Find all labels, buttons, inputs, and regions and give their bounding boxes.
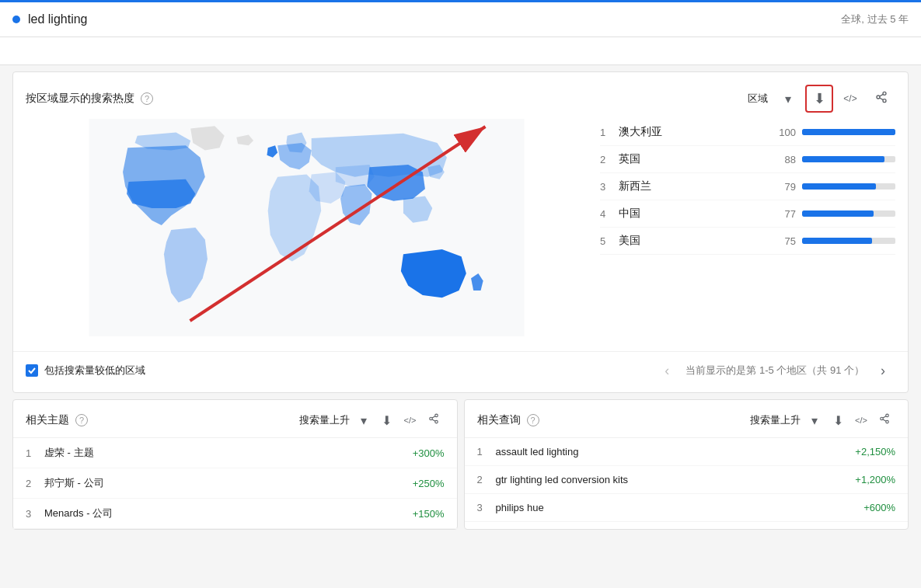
embed-icon: </> <box>843 93 856 104</box>
topics-download-button[interactable]: ⬇ <box>376 409 398 431</box>
svg-point-8 <box>434 414 438 417</box>
rank-number: 2 <box>477 474 496 485</box>
query-name: gtr lighting led conversion kits <box>496 474 856 485</box>
topic-name: 虚荣 - 主题 <box>44 446 413 460</box>
topics-filter-label: 搜索量上升 <box>299 413 350 427</box>
rank-score: 77 <box>765 208 796 220</box>
download-button[interactable]: ⬇ <box>805 85 833 113</box>
bottom-section: 相关主题 ? 搜索量上升 ▾ ⬇ </> <box>12 399 909 530</box>
region-dropdown-button[interactable]: ▾ <box>774 85 802 113</box>
rank-bar-fill <box>802 129 895 135</box>
rank-name: 澳大利亚 <box>619 125 765 139</box>
queries-embed-button[interactable]: </> <box>850 409 872 431</box>
embed-button[interactable]: </> <box>836 85 864 113</box>
rank-score: 75 <box>765 235 796 247</box>
topics-embed-button[interactable]: </> <box>399 409 421 431</box>
related-queries-title: 相关查询 <box>477 413 521 427</box>
svg-line-3 <box>880 98 884 100</box>
chevron-down-icon: ▾ <box>361 413 367 428</box>
rank-number: 4 <box>600 208 619 220</box>
checkbox[interactable] <box>26 364 38 377</box>
map-container <box>26 119 588 339</box>
related-topics-controls: 搜索量上升 ▾ ⬇ </> <box>299 409 445 431</box>
region-ctrl-label: 区域 <box>748 92 768 106</box>
svg-point-9 <box>429 417 432 420</box>
topics-filter-dropdown[interactable]: ▾ <box>353 409 375 431</box>
next-page-button[interactable]: › <box>870 358 895 383</box>
rank-number: 1 <box>477 446 496 458</box>
related-topics-title: 相关主题 <box>26 413 69 427</box>
queries-share-button[interactable] <box>874 409 895 431</box>
related-queries-help-icon[interactable]: ? <box>527 414 539 426</box>
rank-bar-bg <box>802 183 895 190</box>
related-queries-item-1: 1 assault led lighting +2,150% <box>465 438 909 466</box>
chevron-down-icon: ▾ <box>785 92 791 106</box>
rank-number: 3 <box>477 502 496 513</box>
embed-icon: </> <box>404 416 417 425</box>
pagination-text: 当前显示的是第 1-5 个地区（共 91 个） <box>686 364 864 378</box>
ranking-item-4: 4 中国 77 <box>600 200 895 228</box>
related-queries-title-group: 相关查询 ? <box>477 413 539 427</box>
rank-bar-bg <box>802 238 895 244</box>
svg-line-11 <box>432 419 435 421</box>
svg-point-0 <box>883 92 886 95</box>
rank-bar-bg <box>802 210 895 217</box>
section-spacer <box>0 37 921 65</box>
svg-line-17 <box>883 416 886 418</box>
map-help-icon[interactable]: ? <box>141 92 153 105</box>
rank-score: 79 <box>765 181 796 193</box>
topics-share-button[interactable] <box>423 409 445 431</box>
topic-name: 邦宁斯 - 公司 <box>44 476 413 490</box>
svg-line-12 <box>432 416 435 418</box>
svg-point-10 <box>434 420 438 423</box>
map-card-title-group: 按区域显示的搜索热度 ? <box>26 92 153 106</box>
map-card-title: 按区域显示的搜索热度 <box>26 92 134 106</box>
pagination: ‹ 当前显示的是第 1-5 个地区（共 91 个） › <box>654 358 895 383</box>
map-card: 按区域显示的搜索热度 ? 区域 ▾ ⬇ </> <box>12 71 909 393</box>
share-button[interactable] <box>867 85 895 113</box>
map-card-header: 按区域显示的搜索热度 ? 区域 ▾ ⬇ </> <box>13 72 908 119</box>
ranking-item-2: 2 英国 88 <box>600 146 895 173</box>
map-ranking-area: 1 澳大利亚 100 2 英国 88 3 新西兰 79 <box>13 119 908 351</box>
svg-point-13 <box>886 414 889 417</box>
chevron-down-icon: ▾ <box>811 413 818 428</box>
download-icon: ⬇ <box>382 413 392 428</box>
related-topics-item-1: 1 虚荣 - 主题 +300% <box>13 438 457 468</box>
query-score: +1,200% <box>855 474 895 485</box>
ranking-list: 1 澳大利亚 100 2 英国 88 3 新西兰 79 <box>600 119 895 255</box>
ranking-item-3: 3 新西兰 79 <box>600 173 895 200</box>
rank-number: 1 <box>600 127 619 138</box>
rank-bar-bg <box>802 156 895 162</box>
status-dot <box>12 16 20 23</box>
query-name: philips hue <box>496 502 864 513</box>
related-queries-card: 相关查询 ? 搜索量上升 ▾ ⬇ </> <box>464 399 909 530</box>
related-queries-item-2: 2 gtr lighting led conversion kits +1,20… <box>465 466 909 494</box>
topic-score: +300% <box>413 447 445 459</box>
ranking-item-1: 1 澳大利亚 100 <box>600 119 895 146</box>
queries-filter-dropdown[interactable]: ▾ <box>804 409 825 431</box>
query-name: assault led lighting <box>496 446 856 458</box>
share-icon <box>879 413 890 427</box>
related-topics-card: 相关主题 ? 搜索量上升 ▾ ⬇ </> <box>12 399 458 530</box>
related-topics-item-2: 2 邦宁斯 - 公司 +250% <box>13 468 457 499</box>
rank-bar-fill <box>802 238 872 244</box>
svg-point-15 <box>886 420 889 423</box>
checkbox-label: 包括搜索量较低的区域 <box>44 364 145 378</box>
queries-download-button[interactable]: ⬇ <box>827 409 849 431</box>
rank-number: 2 <box>26 478 44 489</box>
rank-number: 5 <box>600 235 619 247</box>
check-icon <box>27 366 37 375</box>
svg-line-4 <box>880 94 884 96</box>
prev-page-button[interactable]: ‹ <box>654 358 679 383</box>
rank-bar-fill <box>802 183 876 190</box>
queries-filter-label: 搜索量上升 <box>750 413 801 427</box>
svg-line-16 <box>883 419 886 421</box>
related-topics-help-icon[interactable]: ? <box>75 414 88 426</box>
related-queries-controls: 搜索量上升 ▾ ⬇ </> <box>750 409 895 431</box>
checkbox-group[interactable]: 包括搜索量较低的区域 <box>26 364 145 378</box>
related-queries-header: 相关查询 ? 搜索量上升 ▾ ⬇ </> <box>465 400 909 438</box>
download-icon: ⬇ <box>814 90 825 107</box>
rank-number: 3 <box>600 181 619 193</box>
rank-name: 新西兰 <box>619 179 765 193</box>
rank-name: 美国 <box>619 234 765 248</box>
